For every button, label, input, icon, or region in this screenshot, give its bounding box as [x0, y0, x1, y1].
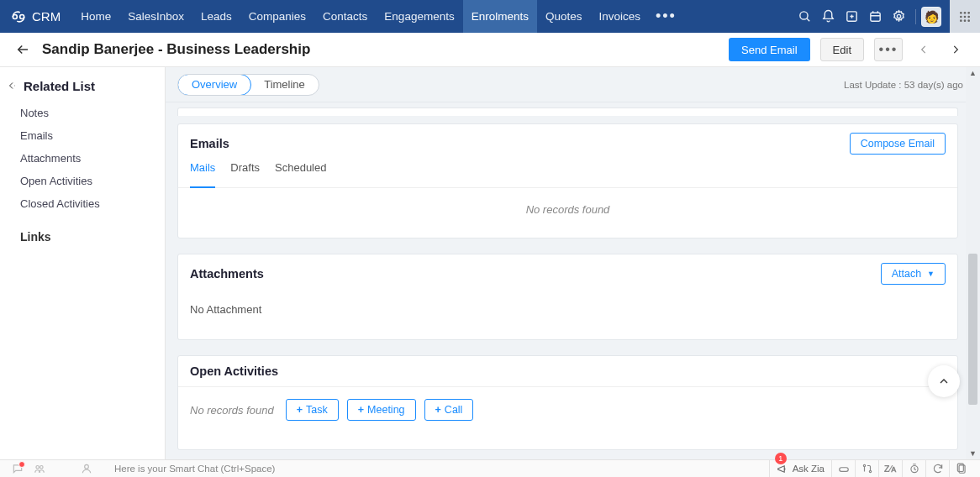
contacts-icon[interactable]	[29, 463, 50, 474]
svg-point-4	[960, 12, 962, 14]
back-button[interactable]	[13, 40, 32, 59]
page-title: Sandip Banerjee - Business Leadership	[42, 41, 310, 58]
nav-tab-salesinbox[interactable]: SalesInbox	[119, 0, 192, 33]
brand-logo[interactable]: CRM	[10, 8, 61, 25]
add-icon[interactable]	[840, 5, 863, 29]
scroll-thumb[interactable]	[968, 254, 977, 405]
sidebar-item-open-activities[interactable]: Open Activities	[0, 170, 165, 192]
svg-point-7	[960, 15, 962, 18]
open-activities-title: Open Activities	[190, 364, 278, 378]
nav-divider	[915, 9, 916, 24]
svg-point-10	[960, 19, 962, 22]
prev-record-button	[913, 39, 935, 60]
search-icon[interactable]	[793, 5, 816, 29]
svg-point-9	[967, 15, 970, 18]
tab-overview[interactable]: Overview	[177, 74, 251, 96]
svg-point-13	[36, 466, 40, 469]
svg-point-15	[85, 464, 89, 469]
nav-tab-quotes[interactable]: Quotes	[537, 0, 591, 33]
sidebar-item-attachments[interactable]: Attachments	[0, 147, 165, 170]
attachments-card: Attachments Attach ▼ No Attachment	[177, 254, 958, 340]
svg-point-14	[40, 466, 44, 469]
top-nav: CRM Home SalesInbox Leads Companies Cont…	[0, 0, 980, 33]
prev-card-stub	[177, 107, 958, 116]
attachments-empty: No Attachment	[190, 303, 946, 316]
svg-point-12	[967, 19, 970, 22]
emails-subtab-scheduled[interactable]: Scheduled	[275, 161, 326, 181]
attachments-title: Attachments	[190, 267, 264, 280]
scroll-to-top-button[interactable]	[928, 365, 960, 397]
add-meeting-button[interactable]: +Meeting	[347, 399, 416, 421]
sidebar-item-notes[interactable]: Notes	[0, 102, 165, 124]
nav-tab-more[interactable]: •••	[649, 0, 683, 33]
sidebar-title: Related List	[24, 79, 95, 93]
zia-icon[interactable]: Z⁄ᴀ	[879, 460, 903, 478]
nav-tab-leads[interactable]: Leads	[192, 0, 240, 33]
svg-point-18	[869, 470, 871, 472]
notif-dot	[18, 461, 25, 468]
edit-button[interactable]: Edit	[820, 38, 864, 61]
main-column: Overview Timeline Last Update : 53 day(s…	[166, 67, 980, 459]
calendar-icon[interactable]	[863, 5, 887, 29]
megaphone-icon	[777, 464, 788, 474]
add-call-button[interactable]: +Call	[424, 399, 474, 421]
svg-point-17	[863, 464, 865, 466]
scroll-up-icon[interactable]: ▲	[966, 67, 980, 79]
sidebar-item-emails[interactable]: Emails	[0, 124, 165, 147]
avatar[interactable]: 🧑	[921, 7, 941, 27]
nav-tab-engagements[interactable]: Engagements	[376, 0, 462, 33]
apps-grid-icon[interactable]	[950, 0, 980, 33]
nav-tab-invoices[interactable]: Invoices	[590, 0, 649, 33]
refresh-icon[interactable]	[926, 460, 950, 478]
nav-tabs: Home SalesInbox Leads Companies Contacts…	[72, 0, 683, 33]
ask-zia-badge: 1	[775, 453, 787, 464]
emails-subtab-drafts[interactable]: Drafts	[230, 161, 260, 181]
scroll-area[interactable]: Emails Compose Email Mails Drafts Schedu…	[166, 102, 980, 459]
collapse-icon[interactable]	[7, 79, 17, 93]
nav-tab-companies[interactable]: Companies	[240, 0, 314, 33]
nav-tab-home[interactable]: Home	[72, 0, 119, 33]
add-task-button[interactable]: +Task	[286, 399, 339, 421]
emails-subtab-mails[interactable]: Mails	[190, 161, 215, 188]
emails-no-records: No records found	[190, 203, 946, 216]
more-actions-button[interactable]: •••	[874, 38, 903, 61]
page-header: Sandip Banerjee - Business Leadership Se…	[0, 33, 980, 67]
svg-point-6	[967, 12, 970, 14]
ask-zia-label: Ask Zia	[793, 464, 825, 474]
plus-icon: +	[435, 404, 441, 416]
plus-icon: +	[297, 404, 303, 416]
gear-icon[interactable]	[887, 5, 910, 29]
user-icon[interactable]	[76, 463, 97, 474]
scrollbar[interactable]: ▲ ▼	[966, 67, 980, 459]
add-meeting-label: Meeting	[367, 404, 404, 416]
attach-button[interactable]: Attach ▼	[881, 263, 946, 285]
next-record-button[interactable]	[945, 39, 967, 60]
plus-icon: +	[358, 404, 364, 416]
open-activities-card: Open Activities No records found +Task +…	[177, 355, 958, 450]
view-tabs: Overview Timeline	[177, 74, 319, 96]
ask-zia-button[interactable]: 1 Ask Zia	[769, 460, 832, 478]
pull-request-icon[interactable]	[856, 460, 879, 478]
last-update: Last Update : 53 day(s) ago	[844, 80, 963, 90]
add-call-label: Call	[445, 404, 463, 416]
sidebar-item-closed-activities[interactable]: Closed Activities	[0, 192, 165, 215]
svg-rect-2	[870, 13, 879, 21]
gamepad-icon[interactable]	[832, 460, 856, 478]
bell-icon[interactable]	[816, 5, 840, 29]
emails-card: Emails Compose Email Mails Drafts Schedu…	[177, 123, 958, 238]
body: Related List Notes Emails Attachments Op…	[0, 67, 980, 459]
emails-title: Emails	[190, 137, 229, 150]
view-tab-row: Overview Timeline Last Update : 53 day(s…	[166, 67, 980, 102]
svg-point-0	[799, 12, 807, 19]
chat-icon[interactable]	[7, 463, 29, 474]
add-task-label: Task	[306, 404, 328, 416]
compose-email-button[interactable]: Compose Email	[850, 133, 946, 155]
clipboard-icon[interactable]	[950, 460, 973, 478]
nav-tab-enrolments[interactable]: Enrolments	[463, 0, 537, 33]
send-email-button[interactable]: Send Email	[729, 38, 809, 61]
chevron-down-icon: ▼	[927, 270, 935, 278]
tab-timeline[interactable]: Timeline	[250, 75, 319, 95]
clock-icon[interactable]	[903, 460, 926, 478]
nav-tab-contacts[interactable]: Contacts	[314, 0, 376, 33]
scroll-down-icon[interactable]: ▼	[966, 448, 980, 459]
